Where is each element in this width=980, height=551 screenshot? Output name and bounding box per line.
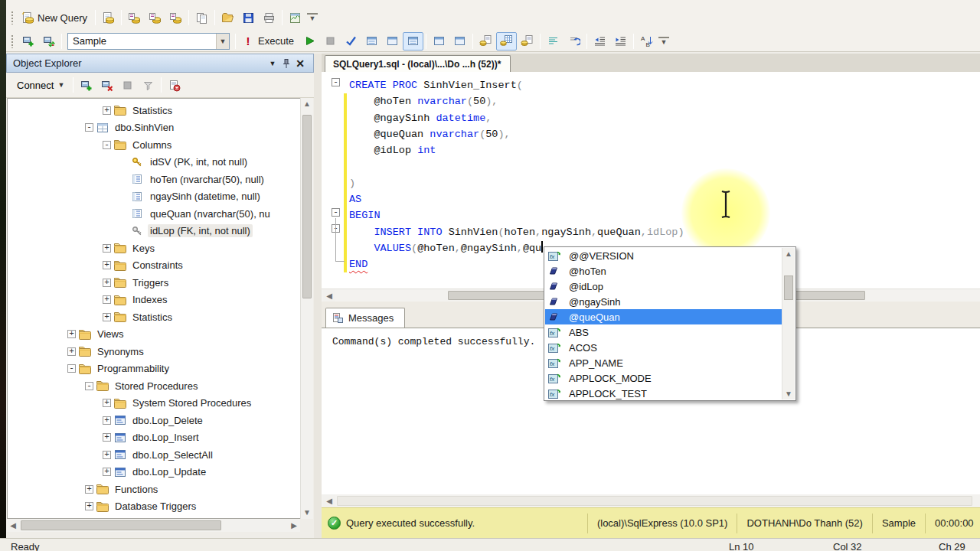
scrollbar-thumb[interactable] bbox=[337, 496, 972, 506]
execute-button[interactable]: !Execute bbox=[238, 32, 299, 51]
tree-item[interactable]: +Constraints bbox=[8, 257, 299, 275]
tree-item[interactable]: -Programmability bbox=[8, 360, 299, 378]
tree-expander[interactable]: + bbox=[103, 106, 111, 115]
query-designer-button[interactable] bbox=[382, 32, 403, 51]
autocomplete-item[interactable]: fxACOS bbox=[545, 340, 782, 355]
tree-item[interactable]: +Views bbox=[8, 326, 299, 344]
oe-stop-button[interactable] bbox=[117, 76, 138, 94]
scroll-up-button[interactable]: ▲ bbox=[301, 98, 313, 110]
autocomplete-item[interactable]: @queQuan bbox=[545, 309, 782, 324]
tree-expander[interactable]: + bbox=[103, 416, 111, 425]
tree-item[interactable]: -Columns bbox=[8, 136, 299, 154]
tree-expander[interactable]: + bbox=[103, 244, 111, 253]
toolbar-grip[interactable] bbox=[11, 34, 15, 48]
scroll-left-button[interactable]: ◀ bbox=[323, 494, 335, 507]
tree-item[interactable]: +Synonyms bbox=[8, 343, 299, 360]
tree-expander[interactable]: - bbox=[85, 123, 93, 132]
oe-filter-button[interactable] bbox=[138, 76, 158, 94]
database-engine-query-button[interactable] bbox=[98, 8, 119, 27]
panel-splitter[interactable] bbox=[314, 54, 322, 538]
template-values-button[interactable] bbox=[429, 32, 449, 51]
autocomplete-item[interactable]: @idLop bbox=[545, 279, 782, 294]
oe-script-button[interactable] bbox=[164, 76, 185, 94]
results-to-grid-button[interactable] bbox=[496, 32, 517, 51]
available-databases-combo[interactable]: Sample▼ bbox=[67, 33, 230, 50]
tree-expander[interactable]: + bbox=[103, 468, 111, 476]
tree-expander[interactable]: + bbox=[103, 451, 111, 459]
new-query-button[interactable]: New Query bbox=[18, 8, 93, 27]
tree-item[interactable]: +dbo.Lop_SelectAll bbox=[8, 446, 299, 464]
tree-item[interactable]: hoTen (nvarchar(50), null) bbox=[8, 171, 299, 188]
connect-button[interactable]: Connect ▼ bbox=[11, 77, 70, 94]
tree-expander[interactable]: - bbox=[67, 364, 76, 373]
tree-item[interactable]: ngaySinh (datetime, null) bbox=[8, 188, 299, 206]
close-icon[interactable]: ✕ bbox=[293, 57, 307, 70]
tab-sqlquery1[interactable]: SQLQuery1.sql - (local)\...\Do ...h (52)… bbox=[325, 55, 511, 72]
tree-expander[interactable]: + bbox=[103, 433, 111, 442]
open-folder-button[interactable] bbox=[217, 8, 238, 27]
window-position-chevron-icon[interactable]: ▼ bbox=[266, 57, 279, 70]
scrollbar-thumb[interactable] bbox=[784, 276, 793, 300]
scroll-left-button[interactable]: ◀ bbox=[7, 519, 19, 532]
messages-horizontal-scrollbar[interactable]: ◀ bbox=[322, 494, 980, 507]
dmx-query-button[interactable] bbox=[145, 8, 165, 27]
tree-item[interactable]: +Indexes bbox=[8, 292, 299, 309]
oe-disconnect-server-button[interactable] bbox=[96, 76, 117, 94]
tree-item[interactable]: +dbo.Lop_Insert bbox=[8, 429, 299, 447]
uncomment-button[interactable] bbox=[564, 32, 584, 51]
tree-expander[interactable]: - bbox=[85, 382, 93, 390]
connect-query-button[interactable] bbox=[18, 32, 38, 51]
stop-button[interactable] bbox=[320, 32, 341, 51]
results-to-text-button[interactable] bbox=[475, 32, 496, 51]
tree-item[interactable]: +Triggers bbox=[8, 274, 299, 292]
tree-item[interactable]: queQuan (nvarchar(50), nu bbox=[8, 205, 299, 223]
oe-connect-server-button[interactable] bbox=[76, 76, 96, 94]
outdent-button[interactable] bbox=[590, 32, 610, 51]
tree-expander[interactable]: - bbox=[103, 141, 111, 149]
toolbar-overflow-button[interactable]: ▼ bbox=[658, 37, 669, 46]
tree-expander[interactable]: + bbox=[103, 399, 111, 407]
xmla-query-button[interactable] bbox=[165, 8, 186, 27]
fold-collapse-box[interactable]: - bbox=[332, 208, 340, 217]
tree-item[interactable]: idSV (PK, int, not null) bbox=[8, 154, 299, 171]
scroll-down-button[interactable]: ▼ bbox=[782, 388, 795, 399]
sort-button[interactable]: AB bbox=[636, 32, 657, 51]
autocomplete-item[interactable]: @hoTen bbox=[545, 263, 782, 279]
tree-item[interactable]: idLop (FK, int, not null) bbox=[8, 223, 299, 240]
print-button[interactable] bbox=[259, 8, 279, 27]
tree-item[interactable]: +Keys bbox=[8, 240, 299, 257]
change-connection-button[interactable] bbox=[38, 32, 59, 51]
tree-expander[interactable]: + bbox=[85, 502, 93, 510]
toolbar-overflow-button[interactable]: ▼ bbox=[307, 13, 318, 22]
tree-expander[interactable]: + bbox=[85, 485, 93, 494]
estimated-plan-button[interactable] bbox=[361, 32, 382, 51]
comment-button[interactable] bbox=[543, 32, 564, 51]
scroll-right-button[interactable]: ▶ bbox=[288, 519, 300, 532]
tree-item[interactable]: +dbo.Lop_Delete bbox=[8, 412, 299, 429]
fold-collapse-box[interactable]: - bbox=[332, 78, 340, 86]
tab-messages[interactable]: Messages bbox=[325, 308, 405, 328]
intellisense-button[interactable] bbox=[403, 32, 423, 51]
tree-item[interactable]: +Statistics bbox=[8, 102, 299, 119]
tree-expander[interactable]: + bbox=[103, 261, 111, 269]
open-file-button[interactable] bbox=[191, 8, 212, 27]
debug-play-button[interactable] bbox=[299, 32, 320, 51]
scroll-left-button[interactable]: ◀ bbox=[323, 289, 335, 302]
autocomplete-item[interactable]: fxABS bbox=[545, 324, 782, 340]
autocomplete-item[interactable]: fxAPPLOCK_TEST bbox=[545, 386, 782, 399]
tree-item[interactable]: -Stored Procedures bbox=[8, 377, 299, 395]
indent-button[interactable] bbox=[610, 32, 631, 51]
toolbar-grip[interactable] bbox=[11, 11, 15, 24]
tree-item[interactable]: +Statistics bbox=[8, 308, 299, 326]
tree-item[interactable]: +dbo.Lop_Update bbox=[8, 464, 299, 481]
tree-expander[interactable]: + bbox=[67, 347, 76, 356]
results-to-file-button[interactable] bbox=[517, 32, 537, 51]
tree-expander[interactable]: + bbox=[67, 330, 76, 338]
scroll-up-button[interactable]: ▲ bbox=[782, 248, 795, 259]
object-explorer-vertical-scrollbar[interactable]: ▲ ▼ bbox=[300, 98, 313, 519]
include-actual-plan-button[interactable] bbox=[449, 32, 470, 51]
tree-item[interactable]: +Functions bbox=[8, 481, 299, 498]
tree-item[interactable]: +Database Triggers bbox=[8, 498, 299, 516]
tree-item[interactable]: +System Stored Procedures bbox=[8, 395, 299, 412]
autocomplete-item[interactable]: fxAPP_NAME bbox=[545, 355, 782, 370]
